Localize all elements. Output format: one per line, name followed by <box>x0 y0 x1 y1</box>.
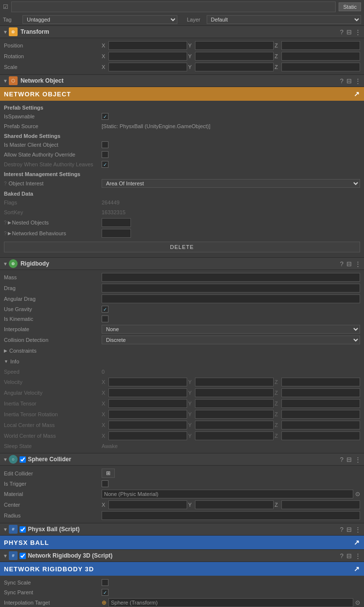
is-kinematic-checkbox[interactable] <box>102 315 108 322</box>
network-object-settings-icon[interactable]: ⊟ <box>346 77 352 85</box>
physx-ball-header[interactable]: ▼ # Physx Ball (Script) ? ⊟ ⋮ <box>0 523 364 536</box>
interpolate-select[interactable]: None <box>102 325 360 334</box>
network-rigidbody-icon: # <box>9 551 18 560</box>
object-name-input[interactable]: PhysxBall <box>11 1 336 12</box>
tag-select[interactable]: Untagged <box>22 15 177 24</box>
mass-row: Mass 1 <box>0 272 364 283</box>
inertia-tensor-row: Inertia Tensor X0.004 Y0.004 Z0.004 <box>0 398 364 409</box>
scale-z-input[interactable]: 1 <box>281 63 360 71</box>
physx-ball-banner: PHYSX BALL ↗ <box>0 536 364 549</box>
position-z-input[interactable]: 0 <box>281 41 360 50</box>
networked-behaviours-arrow[interactable]: ▶ <box>8 231 11 236</box>
use-gravity-checkbox[interactable] <box>102 306 108 313</box>
material-picker-icon[interactable]: ⊙ <box>355 491 360 497</box>
interpolation-target-picker-icon[interactable]: ⊙ <box>355 599 360 606</box>
destroy-when-checkbox[interactable] <box>102 161 108 168</box>
position-x-input[interactable]: 0 <box>108 41 187 50</box>
collision-detection-select[interactable]: Discrete <box>102 336 360 344</box>
network-object-help-icon[interactable]: ? <box>340 77 343 85</box>
scale-label: Scale <box>4 64 102 70</box>
sphere-collider-help-icon[interactable]: ? <box>340 456 343 463</box>
network-object-menu-icon[interactable]: ⋮ <box>355 77 361 85</box>
rigidbody-header[interactable]: ▼ ⊕ Rigidbody ? ⊟ ⋮ <box>0 257 364 270</box>
physx-ball-enable[interactable] <box>20 526 26 533</box>
is-master-client-check[interactable] <box>102 141 108 148</box>
edit-collider-button[interactable]: ⊞ <box>102 469 115 478</box>
center-z-input[interactable]: 0 <box>281 500 360 509</box>
sphere-collider-settings-icon[interactable]: ⊟ <box>346 456 352 463</box>
layer-select[interactable]: Default <box>207 15 362 24</box>
rigidbody-menu-icon[interactable]: ⋮ <box>355 260 361 268</box>
rigidbody-title: Rigidbody <box>21 260 340 267</box>
edit-collider-label: Edit Collider <box>4 471 102 476</box>
it-x-label: X <box>102 401 107 406</box>
transform-header[interactable]: ▼ ⊕ Transform ? ⊟ ⋮ <box>0 25 364 38</box>
transform-menu-icon[interactable]: ⋮ <box>355 28 361 36</box>
radius-input[interactable]: 0.1 <box>102 511 360 520</box>
center-y-input[interactable]: 0 <box>195 500 274 509</box>
angular-drag-input[interactable]: 0.05 <box>102 294 360 303</box>
local-com-label: Local Center of Mass <box>4 422 102 428</box>
physx-ball-settings-icon[interactable]: ⊟ <box>346 526 352 533</box>
info-header[interactable]: ▼ Info <box>0 356 364 367</box>
is-trigger-checkbox[interactable] <box>102 480 108 487</box>
sphere-collider-enable[interactable] <box>20 456 26 463</box>
inertia-tensor-rotation-row: Inertia Tensor Rotation X0 Y0 Z0 <box>0 409 364 420</box>
rigidbody-settings-icon[interactable]: ⊟ <box>346 260 352 268</box>
sphere-collider-props: Edit Collider ⊞ Is Trigger Material None… <box>0 466 364 523</box>
allow-state-check[interactable] <box>102 151 108 158</box>
destroy-when-check[interactable] <box>102 161 108 168</box>
rigidbody-help-icon[interactable]: ? <box>340 260 343 268</box>
is-spawnable-check[interactable] <box>102 113 108 120</box>
is-spawnable-label: IsSpawnable <box>4 113 102 119</box>
drag-input[interactable]: 0 <box>102 284 360 292</box>
physx-ball-help-icon[interactable]: ? <box>340 526 343 533</box>
position-y-input[interactable]: 0 <box>195 41 274 50</box>
object-interest-help[interactable]: ? <box>4 181 7 186</box>
constraints-header[interactable]: ▶ Constraints <box>0 345 364 356</box>
transform-settings-icon[interactable]: ⊟ <box>346 28 352 36</box>
prefab-source-label: Prefab Source <box>4 123 102 129</box>
rotation-label: Rotation <box>4 53 102 59</box>
center-x-input[interactable]: 0 <box>108 500 187 509</box>
flags-value: 264449 <box>102 200 120 205</box>
scale-z-field: Z 1 <box>275 63 360 71</box>
sphere-collider-header[interactable]: ▼ ○ Sphere Collider ? ⊟ ⋮ <box>0 453 364 466</box>
object-interest-select[interactable]: Area Of Interest <box>102 179 360 188</box>
mass-input[interactable]: 1 <box>102 273 360 282</box>
object-checkbox[interactable]: ☑ <box>3 3 8 10</box>
is-kinematic-label: Is Kinematic <box>4 316 102 322</box>
radius-label: Radius <box>4 513 102 518</box>
transform-help-icon[interactable]: ? <box>340 28 343 36</box>
scale-x-input[interactable]: 1 <box>108 63 187 71</box>
allow-state-checkbox[interactable] <box>102 151 108 158</box>
rotation-x-input[interactable]: 0 <box>108 52 187 61</box>
delete-button[interactable]: DELETE <box>4 242 360 252</box>
edit-collider-row: Edit Collider ⊞ <box>0 468 364 479</box>
network-object-header[interactable]: ▼ ⬡ Network Object ? ⊟ ⋮ <box>0 74 364 87</box>
networked-behaviours-help[interactable]: ? <box>4 231 7 236</box>
scale-y-input[interactable]: 1 <box>195 63 274 71</box>
network-rigidbody-help-icon[interactable]: ? <box>340 552 343 560</box>
is-spawnable-checkbox[interactable] <box>102 113 108 120</box>
network-rigidbody-header[interactable]: ▼ # Network Rigidbody 3D (Script) ? ⊟ ⋮ <box>0 549 364 562</box>
wcom-y-label: Y <box>188 433 194 439</box>
is-master-client-checkbox[interactable] <box>102 141 108 148</box>
sync-parent-checkbox[interactable] <box>102 589 108 596</box>
transform-title: Transform <box>21 28 340 35</box>
static-badge[interactable]: Static <box>339 2 361 11</box>
network-rigidbody-title: Network Rigidbody 3D (Script) <box>28 552 340 559</box>
sync-scale-checkbox[interactable] <box>102 579 108 586</box>
nested-objects-help[interactable]: ? <box>4 220 7 225</box>
nested-objects-arrow[interactable]: ▶ <box>8 220 11 225</box>
network-rigidbody-settings-icon[interactable]: ⊟ <box>346 552 352 560</box>
sphere-collider-menu-icon[interactable]: ⋮ <box>355 456 361 463</box>
angular-velocity-label: Angular Velocity <box>4 390 102 396</box>
network-rigidbody-menu-icon[interactable]: ⋮ <box>355 552 361 560</box>
network-rigidbody-enable[interactable] <box>20 553 26 559</box>
physx-ball-menu-icon[interactable]: ⋮ <box>355 526 361 533</box>
rotation-z-field: Z 0 <box>275 52 360 61</box>
velocity-row: Velocity X0 Y0 Z0 <box>0 377 364 387</box>
rotation-y-input[interactable]: 0 <box>195 52 274 61</box>
rotation-z-input[interactable]: 0 <box>281 52 360 61</box>
